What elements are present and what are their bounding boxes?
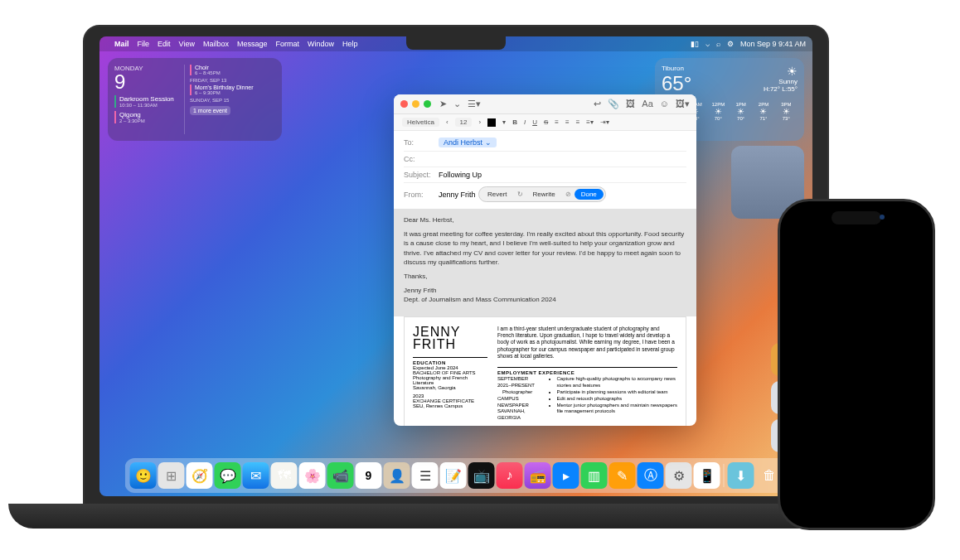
send-icon[interactable]: ➤ (439, 99, 447, 109)
launchpad-icon[interactable]: ⊞ (158, 462, 185, 489)
podcasts-icon[interactable]: 📻 (525, 462, 551, 489)
contacts-icon[interactable]: 👤 (384, 462, 410, 489)
mail-body-editor[interactable]: Dear Ms. Herbst, It was great meeting fo… (394, 209, 696, 316)
tv-icon[interactable]: 📺 (468, 462, 495, 489)
align-left-icon[interactable]: ≡ (555, 118, 559, 126)
to-label: To: (404, 138, 439, 147)
calendar-upcoming-item: Choir 6 – 8:45PM (190, 65, 275, 75)
finder-icon[interactable]: 🙂 (130, 462, 157, 489)
image-icon[interactable]: 🖼 (626, 99, 635, 109)
bold-icon[interactable]: B (512, 118, 517, 126)
menubar-item-file[interactable]: File (138, 40, 150, 48)
iphone-camera-dot (880, 215, 885, 220)
recipient-pill[interactable]: Andi Herbst ⌄ (439, 138, 497, 147)
menubar-app-name[interactable]: Mail (114, 40, 129, 48)
facetime-icon[interactable]: 📹 (327, 462, 354, 489)
macbook-base (8, 504, 904, 529)
format-text-icon[interactable]: Aa (642, 99, 652, 109)
chevron-down-icon[interactable]: ⌄ (453, 99, 461, 109)
rewrite-button[interactable]: Rewrite (526, 189, 562, 200)
wifi-icon[interactable]: ⌵ (705, 40, 710, 48)
menubar-item-format[interactable]: Format (275, 40, 299, 48)
font-name-select[interactable]: Helvetica (402, 118, 439, 127)
desktop-screen: Mail File Edit View Mailbox Message Form… (99, 36, 812, 496)
body-greeting: Dear Ms. Herbst, (404, 215, 686, 224)
reminders-icon[interactable]: ☰ (412, 462, 439, 489)
menubar-item-window[interactable]: Window (308, 40, 334, 48)
body-closing: Thanks, (404, 272, 686, 281)
weather-city: Tiburon (662, 65, 691, 72)
header-fields-icon[interactable]: ☰▾ (468, 99, 481, 109)
align-center-icon[interactable]: ≡ (565, 118, 570, 126)
music-icon[interactable]: ♪ (497, 462, 523, 489)
menubar-item-edit[interactable]: Edit (158, 40, 171, 48)
calendar-day-label: MONDAY (114, 65, 179, 72)
mail-titlebar[interactable]: ➤ ⌄ ☰▾ ↩ 📎 🖼 Aa ☺ 🖼▾ (394, 94, 696, 114)
weather-condition: Sunny (764, 78, 798, 85)
safari-icon[interactable]: 🧭 (187, 462, 213, 489)
control-center-icon[interactable]: ⚙ (727, 40, 734, 48)
calendar-section-header: FRIDAY, SEP 13 (190, 78, 275, 83)
reply-icon[interactable]: ↩ (594, 99, 601, 109)
calendar-widget[interactable]: MONDAY 9 Darkroom Session 10:30 – 11:30A… (108, 58, 282, 141)
photos-icon[interactable]: 🌸 (299, 462, 326, 489)
window-close-button[interactable] (400, 100, 408, 108)
dock: 🙂 ⊞ 🧭 💬 ✉ 🗺 🌸 📹 9 👤 ☰ 📝 📺 ♪ 📻 ▸ ▥ ✎ Ⓐ ⚙ … (125, 458, 788, 493)
underline-icon[interactable]: U (532, 118, 537, 126)
spotlight-icon[interactable]: ⌕ (716, 40, 720, 48)
iphone-device (778, 199, 935, 530)
calendar-date: 9 (114, 72, 179, 92)
text-color-swatch[interactable] (487, 118, 496, 127)
resume-experience-title: EMPLOYMENT EXPERIENCE (497, 367, 677, 377)
indent-icon[interactable]: ⇥▾ (600, 118, 609, 126)
keynote-icon[interactable]: ▸ (553, 462, 579, 489)
writing-tools-toolbar: Revert ↻ Rewrite ⊘ Done (478, 186, 606, 202)
messages-icon[interactable]: 💬 (215, 462, 241, 489)
body-signature-line: Dept. of Journalism and Mass Communicati… (404, 295, 686, 304)
strikethrough-icon[interactable]: S (544, 118, 548, 126)
macbook-frame: Mail File Edit View Mailbox Message Form… (83, 25, 829, 505)
calendar-icon[interactable]: 9 (356, 462, 382, 489)
downloads-icon[interactable]: ⬇ (728, 462, 754, 489)
menubar-item-view[interactable]: View (179, 40, 195, 48)
menubar-datetime[interactable]: Mon Sep 9 9:41 AM (740, 40, 806, 48)
menubar-item-help[interactable]: Help (342, 40, 358, 48)
align-right-icon[interactable]: ≡ (576, 118, 580, 126)
mail-icon[interactable]: ✉ (243, 462, 269, 489)
list-icon[interactable]: ≡▾ (586, 118, 594, 126)
done-button[interactable]: Done (575, 189, 604, 200)
iphone-dynamic-island (832, 211, 881, 224)
calendar-section-header: SUNDAY, SEP 15 (190, 98, 275, 103)
rewrite-options-icon[interactable]: ⊘ (565, 191, 571, 198)
italic-icon[interactable]: I (524, 118, 526, 126)
photo-browser-icon[interactable]: 🖼▾ (676, 99, 690, 109)
pages-icon[interactable]: ✎ (609, 462, 636, 489)
subject-field[interactable]: Following Up (439, 171, 482, 179)
battery-icon[interactable]: ▮▯ (691, 40, 699, 48)
resume-attachment-preview[interactable]: JENNY FRITH EDUCATION Expected June 2024… (404, 316, 686, 427)
appstore-icon[interactable]: Ⓐ (638, 462, 664, 489)
calendar-event: Darkroom Session 10:30 – 11:30AM (114, 95, 179, 108)
calendar-more-events[interactable]: 1 more event (190, 106, 230, 115)
event-title: Darkroom Session (119, 95, 179, 103)
menubar-item-message[interactable]: Message (237, 40, 268, 48)
from-label: From: (404, 191, 439, 199)
menubar-item-mailbox[interactable]: Mailbox (203, 40, 229, 48)
iphone-mirroring-icon[interactable]: 📱 (694, 462, 720, 489)
calendar-upcoming-item: Mom's Birthday Dinner 6 – 9:30PM (190, 84, 275, 95)
resume-bullets: Capture high-quality photographs to acco… (549, 376, 677, 422)
emoji-icon[interactable]: ☺ (660, 99, 669, 109)
font-size-select[interactable]: 12 (455, 118, 473, 127)
settings-icon[interactable]: ⚙ (666, 462, 692, 489)
numbers-icon[interactable]: ▥ (581, 462, 608, 489)
maps-icon[interactable]: 🗺 (271, 462, 298, 489)
cc-label: Cc: (404, 155, 439, 163)
laptop-notch (406, 36, 506, 50)
revert-button[interactable]: Revert (481, 189, 514, 200)
attach-icon[interactable]: 📎 (608, 99, 619, 109)
from-value[interactable]: Jenny Frith (439, 191, 475, 199)
window-zoom-button[interactable] (424, 100, 431, 108)
window-minimize-button[interactable] (412, 100, 419, 108)
revert-cycle-icon[interactable]: ↻ (517, 191, 523, 198)
notes-icon[interactable]: 📝 (440, 462, 467, 489)
